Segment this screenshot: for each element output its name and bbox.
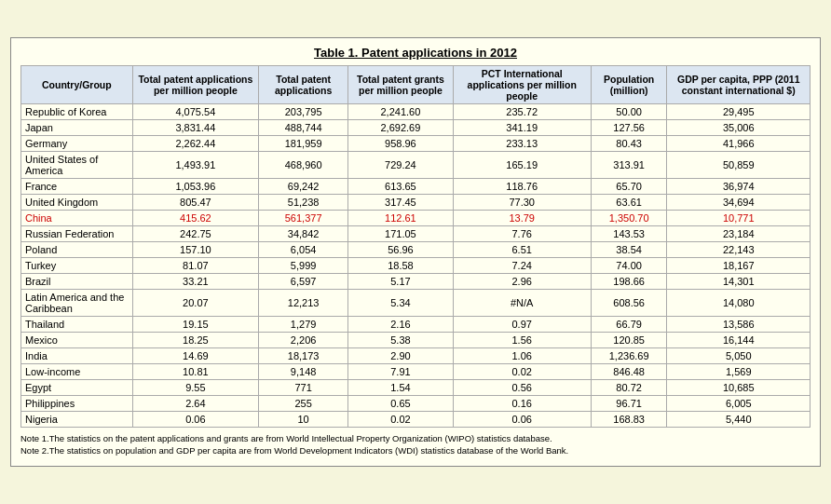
cell-pct: 341.19 xyxy=(453,119,591,135)
table-row: Germany2,262.44181,959958.96233.1380.434… xyxy=(21,135,811,151)
cell-country: Egypt xyxy=(21,379,133,395)
cell-tpam: 20.07 xyxy=(132,289,258,316)
col-header-country: Country/Group xyxy=(21,65,133,103)
cell-country: United States of America xyxy=(21,151,133,178)
cell-country: Japan xyxy=(21,119,133,135)
table-container: Table 1. Patent applications in 2012 Cou… xyxy=(10,37,821,468)
cell-tpa: 2,206 xyxy=(259,332,348,347)
cell-tpgm: 171.05 xyxy=(348,225,453,241)
table-row: United States of America1,493.91468,9607… xyxy=(21,151,811,178)
cell-pop: 168.83 xyxy=(591,411,667,427)
cell-tpam: 0.06 xyxy=(132,411,258,427)
cell-tpgm: 2,692.69 xyxy=(348,119,453,135)
note-2: Note 2.The statistics on population and … xyxy=(20,444,811,456)
table-title: Table 1. Patent applications in 2012 xyxy=(20,46,811,60)
cell-country: Russian Federation xyxy=(21,225,133,241)
cell-country: Thailand xyxy=(21,316,133,332)
table-row: Low-income10.819,1487.910.02846.481,569 xyxy=(21,363,811,379)
cell-pct: 235.72 xyxy=(453,103,591,119)
cell-tpam: 19.15 xyxy=(132,316,258,332)
cell-tpam: 2.64 xyxy=(132,395,258,411)
cell-pct: 6.51 xyxy=(453,241,591,257)
cell-country: United Kingdom xyxy=(21,194,133,210)
cell-gdp: 35,006 xyxy=(667,119,811,135)
cell-tpa: 6,054 xyxy=(259,241,348,257)
cell-pct: 0.97 xyxy=(453,316,591,332)
cell-tpa: 203,795 xyxy=(259,103,348,119)
cell-tpam: 33.21 xyxy=(132,273,258,289)
cell-tpgm: 1.54 xyxy=(348,379,453,395)
cell-pop: 846.48 xyxy=(591,363,667,379)
table-row: China415.62561,377112.6113.791,350.7010,… xyxy=(21,210,811,225)
cell-pop: 66.79 xyxy=(591,316,667,332)
cell-pop: 608.56 xyxy=(591,289,667,316)
col-header-pct: PCT International applications per milli… xyxy=(453,65,591,103)
cell-tpam: 805.47 xyxy=(132,194,258,210)
cell-tpam: 2,262.44 xyxy=(132,135,258,151)
table-row: Poland157.106,05456.966.5138.5422,143 xyxy=(21,241,811,257)
cell-tpam: 14.69 xyxy=(132,347,258,363)
cell-tpam: 18.25 xyxy=(132,332,258,347)
table-row: Brazil33.216,5975.172.96198.6614,301 xyxy=(21,273,811,289)
cell-tpgm: 613.65 xyxy=(348,178,453,194)
cell-country: India xyxy=(21,347,133,363)
cell-tpam: 9.55 xyxy=(132,379,258,395)
cell-pop: 198.66 xyxy=(591,273,667,289)
cell-tpa: 51,238 xyxy=(259,194,348,210)
cell-gdp: 23,184 xyxy=(667,225,811,241)
cell-tpgm: 729.24 xyxy=(348,151,453,178)
cell-tpa: 5,999 xyxy=(259,257,348,273)
cell-gdp: 50,859 xyxy=(667,151,811,178)
cell-pop: 38.54 xyxy=(591,241,667,257)
cell-country: Republic of Korea xyxy=(21,103,133,119)
cell-pop: 120.85 xyxy=(591,332,667,347)
cell-pct: 7.24 xyxy=(453,257,591,273)
cell-gdp: 10,771 xyxy=(667,210,811,225)
cell-tpa: 255 xyxy=(259,395,348,411)
table-row: Republic of Korea4,075.54203,7952,241.60… xyxy=(21,103,811,119)
cell-tpgm: 7.91 xyxy=(348,363,453,379)
cell-pct: 13.79 xyxy=(453,210,591,225)
cell-tpgm: 5.17 xyxy=(348,273,453,289)
cell-pct: 118.76 xyxy=(453,178,591,194)
table-row: United Kingdom805.4751,238317.4577.3063.… xyxy=(21,194,811,210)
cell-pct: 2.96 xyxy=(453,273,591,289)
cell-pct: 0.56 xyxy=(453,379,591,395)
cell-tpa: 10 xyxy=(259,411,348,427)
cell-gdp: 5,050 xyxy=(667,347,811,363)
cell-pct: 1.06 xyxy=(453,347,591,363)
patent-table: Country/Group Total patent applications … xyxy=(20,65,811,428)
col-header-pop: Population (million) xyxy=(591,65,667,103)
cell-pop: 1,350.70 xyxy=(591,210,667,225)
cell-tpgm: 56.96 xyxy=(348,241,453,257)
cell-tpgm: 112.61 xyxy=(348,210,453,225)
cell-pop: 80.43 xyxy=(591,135,667,151)
cell-gdp: 29,495 xyxy=(667,103,811,119)
cell-tpam: 3,831.44 xyxy=(132,119,258,135)
cell-tpa: 181,959 xyxy=(259,135,348,151)
cell-gdp: 16,144 xyxy=(667,332,811,347)
cell-pop: 96.71 xyxy=(591,395,667,411)
cell-pct: 233.13 xyxy=(453,135,591,151)
cell-tpa: 12,213 xyxy=(259,289,348,316)
cell-country: Latin America and the Caribbean xyxy=(21,289,133,316)
cell-tpam: 1,493.91 xyxy=(132,151,258,178)
cell-tpa: 34,842 xyxy=(259,225,348,241)
cell-country: Philippines xyxy=(21,395,133,411)
cell-pop: 50.00 xyxy=(591,103,667,119)
col-header-tpgm: Total patent grants per million people xyxy=(348,65,453,103)
cell-tpgm: 958.96 xyxy=(348,135,453,151)
cell-tpgm: 0.02 xyxy=(348,411,453,427)
cell-gdp: 34,694 xyxy=(667,194,811,210)
cell-pct: 165.19 xyxy=(453,151,591,178)
cell-pct: 0.06 xyxy=(453,411,591,427)
cell-country: Mexico xyxy=(21,332,133,347)
cell-tpa: 69,242 xyxy=(259,178,348,194)
note-1: Note 1.The statistics on the patent appl… xyxy=(20,432,811,444)
cell-tpa: 1,279 xyxy=(259,316,348,332)
cell-tpa: 9,148 xyxy=(259,363,348,379)
cell-tpgm: 2.90 xyxy=(348,347,453,363)
cell-pct: 0.16 xyxy=(453,395,591,411)
cell-tpam: 10.81 xyxy=(132,363,258,379)
cell-gdp: 5,440 xyxy=(667,411,811,427)
